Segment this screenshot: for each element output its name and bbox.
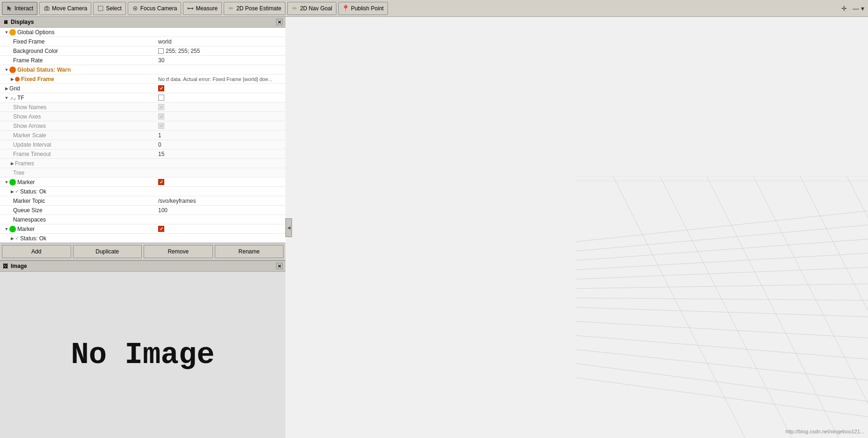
update-interval-value: 0 xyxy=(158,141,161,148)
marker2-check-icon: ✓ xyxy=(15,235,19,241)
svg-line-10 xyxy=(576,200,868,251)
displays-panel: 🖥 Displays ✕ ▼ Global Options xyxy=(0,17,285,260)
frame-timeout-value: 15 xyxy=(158,151,164,157)
tree-row[interactable]: Queue Size 100 xyxy=(0,206,285,215)
watermark-text: http://blog.csdn.net/xingebou121... xyxy=(786,429,864,434)
marker2-icon xyxy=(9,226,16,232)
tree-row[interactable]: Tree xyxy=(0,168,285,178)
show-axes-checkbox[interactable] xyxy=(158,113,164,119)
bg-color-label: Background Color xyxy=(13,48,58,54)
marker1-icon xyxy=(9,179,16,186)
expand-global-options[interactable]: ▼ xyxy=(4,30,9,35)
tree-row[interactable]: Update Interval 0 xyxy=(0,140,285,149)
rename-button[interactable]: Rename xyxy=(215,245,284,258)
show-names-checkbox[interactable] xyxy=(158,104,164,110)
move-camera-button[interactable]: Move Camera xyxy=(39,2,91,15)
tree-row[interactable]: Marker Scale 1 xyxy=(0,131,285,140)
tree-row[interactable]: Frame Timeout 15 xyxy=(0,149,285,159)
no-image-text: No Image xyxy=(71,338,214,372)
marker1-checkbox[interactable] xyxy=(158,179,164,185)
fixed-frame-value: world xyxy=(158,38,172,45)
expand-tf[interactable]: ▼ xyxy=(4,95,9,101)
grid-checkbox[interactable] xyxy=(158,85,164,91)
image-close-button[interactable]: ✕ xyxy=(276,263,283,269)
svg-line-12 xyxy=(576,237,868,270)
frame-rate-value: 30 xyxy=(158,57,164,64)
duplicate-button[interactable]: Duplicate xyxy=(73,245,142,258)
expand-global-status[interactable]: ▼ xyxy=(4,67,9,73)
marker-topic-label: Marker Topic xyxy=(13,198,45,204)
show-arrows-label: Show Arrows xyxy=(13,123,46,129)
tree-row[interactable]: Frame Rate 30 xyxy=(0,56,285,65)
frame-timeout-label: Frame Timeout xyxy=(13,151,51,157)
tree-row[interactable]: Background Color 255; 255; 255 xyxy=(0,46,285,56)
pose-estimate-button[interactable]: ✏ 2D Pose Estimate xyxy=(224,2,285,15)
image-content: No Image xyxy=(0,272,285,438)
tree-row[interactable]: Show Arrows xyxy=(0,121,285,131)
tree-row[interactable]: Namespaces xyxy=(0,215,285,224)
tf-icon: ↗↙ xyxy=(9,95,16,101)
marker1-status-label: Status: Ok xyxy=(20,188,46,195)
crosshair-button[interactable]: ✛ xyxy=(839,4,849,13)
expand-marker1-status[interactable]: ▶ xyxy=(9,189,15,194)
tree-row[interactable]: ▼ Marker xyxy=(0,178,285,187)
tree-row[interactable]: Marker Topic /svo/keyframes xyxy=(0,196,285,206)
marker2-checkbox[interactable] xyxy=(158,226,164,232)
move-camera-label: Move Camera xyxy=(52,5,87,12)
expand-marker1[interactable]: ▼ xyxy=(4,179,9,185)
bg-color-value: 255; 255; 255 xyxy=(166,48,200,54)
tree-row[interactable]: ▼ ↗↙ TF xyxy=(0,93,285,103)
tree-row[interactable]: ▶ Frames xyxy=(0,159,285,168)
global-status-label: Global Status: Warn xyxy=(17,67,71,73)
pose-estimate-label: 2D Pose Estimate xyxy=(236,5,281,12)
remove-button[interactable]: Remove xyxy=(144,245,213,258)
tree-row[interactable]: ▼ Marker xyxy=(0,224,285,234)
add-button[interactable]: Add xyxy=(2,245,71,258)
measure-button[interactable]: Measure xyxy=(183,2,222,15)
nav-goal-button[interactable]: ✏ 2D Nav Goal xyxy=(287,2,336,15)
tree-row[interactable]: ▶ Fixed Frame No tf data. Actual error: … xyxy=(0,74,285,84)
interact-button[interactable]: Interact xyxy=(2,2,37,15)
tf-checkbox[interactable] xyxy=(158,95,164,101)
left-panel: 🖥 Displays ✕ ▼ Global Options xyxy=(0,17,285,438)
svg-line-19 xyxy=(576,349,868,410)
svg-line-15 xyxy=(576,298,868,303)
fixed-frame-label: Fixed Frame xyxy=(13,38,44,45)
marker-topic-value: /svo/keyframes xyxy=(158,198,196,204)
expand-marker2-status[interactable]: ▶ xyxy=(9,236,15,241)
expand-grid[interactable]: ▶ xyxy=(4,86,9,91)
global-options-icon xyxy=(9,29,16,36)
select-button[interactable]: Select xyxy=(93,2,125,15)
tree-row[interactable]: ▶ ✓ Status: Ok xyxy=(0,234,285,243)
tree-row[interactable]: Show Names xyxy=(0,103,285,112)
tree-row[interactable]: Show Axes xyxy=(0,112,285,121)
options-button[interactable]: — ▾ xyxy=(851,4,866,13)
expand-frames[interactable]: ▶ xyxy=(9,161,15,166)
focus-camera-button[interactable]: Focus Camera xyxy=(128,2,182,15)
displays-panel-title: Displays xyxy=(11,19,34,25)
svg-line-14 xyxy=(576,279,868,289)
expand-fixed-frame-warn[interactable]: ▶ xyxy=(9,76,15,82)
interact-label: Interact xyxy=(15,5,33,12)
expand-marker2[interactable]: ▼ xyxy=(4,226,9,232)
marker2-status-label: Status: Ok xyxy=(20,235,46,242)
tree-row[interactable]: ▼ Global Options xyxy=(0,28,285,37)
displays-title-bar: 🖥 Displays ✕ xyxy=(0,17,285,28)
svg-line-23 xyxy=(660,176,800,438)
frame-rate-label: Frame Rate xyxy=(13,57,43,64)
global-status-icon xyxy=(9,67,16,73)
publish-point-button[interactable]: 📍 Publish Point xyxy=(338,2,388,15)
svg-point-4 xyxy=(134,7,136,9)
select-icon xyxy=(97,5,104,12)
tree-row[interactable]: ▶ ✓ Status: Ok xyxy=(0,187,285,196)
tree-row[interactable]: ▼ Global Status: Warn xyxy=(0,65,285,74)
nav-icon: ✏ xyxy=(292,5,298,12)
displays-close-button[interactable]: ✕ xyxy=(276,19,283,25)
svg-line-20 xyxy=(576,364,868,438)
tree-row[interactable]: Fixed Frame world xyxy=(0,37,285,46)
tree-row[interactable]: ▶ Grid xyxy=(0,84,285,93)
show-arrows-checkbox[interactable] xyxy=(158,123,164,129)
marker-scale-label: Marker Scale xyxy=(13,132,46,139)
3d-viewport[interactable]: ◀ xyxy=(285,17,868,438)
collapse-handle[interactable]: ◀ xyxy=(285,218,292,237)
